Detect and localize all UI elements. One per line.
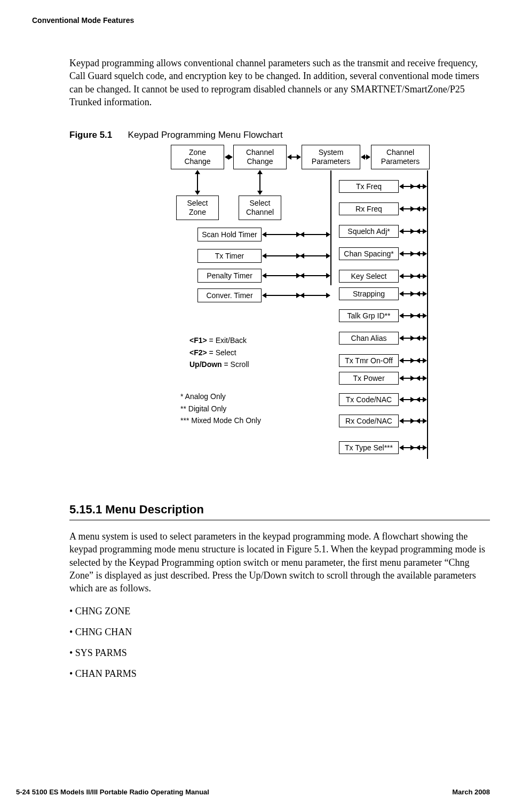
conn-sys-2 [263,275,330,276]
conn-ch-4 [400,276,426,277]
conn-ch-12 [400,447,426,448]
running-header: Conventional Mode Features [32,16,490,25]
box-zone-change: ZoneChange [171,145,224,169]
note-analog-only: * Analog Only [180,391,261,402]
figure-caption: Figure 5.1 Keypad Programming Menu Flowc… [69,130,490,140]
list-item: CHNG ZONE [69,605,490,618]
conn-ch-1 [400,208,426,209]
box-tx-tmr-onoff: Tx Tmr On-Off [339,354,399,367]
legend-f2-key: <F2> [189,348,207,357]
key-legend: <F1> = Exit/Back <F2> = Select Up/Down =… [189,334,249,370]
box-chan-spacing: Chan Spacing* [339,247,399,260]
box-rx-freq: Rx Freq [339,202,399,215]
arrow-v-zone [197,170,198,194]
arrow-top-1 [225,157,232,158]
arrow-top-3 [361,157,370,158]
box-channel-change: ChannelChange [233,145,287,169]
legend-f1-desc: = Exit/Back [207,336,247,345]
box-talk-grp-id: Talk Grp ID** [339,309,399,322]
conn-ch-11 [400,420,426,421]
box-chan-alias: Chan Alias [339,332,399,345]
box-select-zone: SelectZone [176,196,219,220]
box-tx-timer: Tx Timer [197,249,262,263]
conn-ch-10 [400,399,426,400]
section-rule [69,520,490,520]
section-heading: 5.15.1 Menu Description [69,503,490,517]
box-penalty-timer: Penalty Timer [197,269,262,283]
legend-updown-desc: = Scroll [222,360,249,369]
footer-right: March 2008 [452,788,490,796]
page-footer: 5-24 5100 ES Models II/III Portable Radi… [16,788,490,796]
list-item: CHNG CHAN [69,626,490,639]
flowchart-diagram: ZoneChange ChannelChange SystemParameter… [128,145,490,476]
conn-ch-7 [400,338,426,339]
legend-f1-key: <F1> [189,336,207,345]
list-item: CHAN PARMS [69,667,490,681]
legend-updown-key: Up/Down [189,360,222,369]
conn-ch-8 [400,360,426,361]
box-conver-timer: Conver. Timer [197,288,262,302]
conn-ch-2 [400,231,426,232]
conn-ch-0 [400,186,426,187]
intro-paragraph: Keypad programming allows conventional c… [69,57,490,108]
box-tx-type-sel: Tx Type Sel*** [339,441,399,454]
conn-sys-0 [263,234,330,235]
note-digital-only: ** Digital Only [180,403,261,415]
footer-left: 5-24 5100 ES Models II/III Portable Radi… [16,788,209,796]
conn-sys-3 [263,295,330,296]
box-tx-power: Tx Power [339,372,399,385]
box-scan-hold-timer: Scan Hold Timer [197,228,262,241]
legend-f2-desc: = Select [207,348,236,357]
arrow-top-2 [288,157,300,158]
conn-ch-3 [400,253,426,254]
box-key-select: Key Select [339,270,399,283]
bullet-list: CHNG ZONE CHNG CHAN SYS PARMS CHAN PARMS [69,605,490,681]
figure-title: Keypad Programming Menu Flowchart [128,130,283,140]
figure-label: Figure 5.1 [69,130,112,140]
trunk-system [330,170,331,285]
box-select-channel: SelectChannel [239,196,281,220]
conn-ch-9 [400,378,426,379]
trunk-channel [427,170,428,459]
box-rx-code-nac: Rx Code/NAC [339,415,399,427]
box-system-parameters: SystemParameters [302,145,360,169]
arrow-v-channel [259,170,260,194]
section-paragraph: A menu system is used to select paramete… [69,530,490,595]
footnote-legend: * Analog Only ** Digital Only *** Mixed … [180,391,261,426]
list-item: SYS PARMS [69,646,490,660]
conn-ch-5 [400,293,426,294]
box-strapping: Strapping [339,287,399,300]
box-channel-parameters: ChannelParameters [371,145,430,169]
box-tx-code-nac: Tx Code/NAC [339,393,399,406]
box-squelch-adj: Squelch Adj* [339,225,399,238]
conn-sys-1 [263,255,330,256]
box-tx-freq: Tx Freq [339,180,399,193]
note-mixed-mode: *** Mixed Mode Ch Only [180,415,261,426]
conn-ch-6 [400,315,426,316]
